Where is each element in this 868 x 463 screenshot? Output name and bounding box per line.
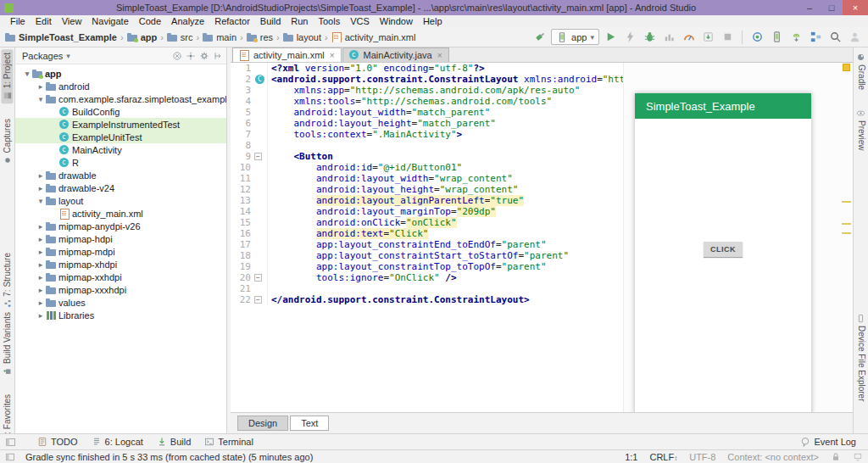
- sdk-manager-button[interactable]: [787, 29, 804, 46]
- fold-icon[interactable]: −: [254, 153, 262, 160]
- avd-manager-button[interactable]: [768, 29, 785, 46]
- tree-item[interactable]: ▸mipmap-anydpi-v26: [15, 220, 226, 232]
- make-project-button[interactable]: [531, 29, 548, 46]
- tool-window-button-event-log[interactable]: Event Log: [793, 437, 863, 447]
- tool-window-button-7-structure[interactable]: 7: Structure: [2, 249, 14, 312]
- class-gutter-icon[interactable]: C: [255, 75, 264, 84]
- editor-mode-tab-design[interactable]: Design: [237, 416, 288, 431]
- status-toggle-icon[interactable]: [5, 452, 17, 462]
- tree-item[interactable]: ▸android: [15, 80, 226, 92]
- editor-error-stripe[interactable]: [841, 63, 852, 412]
- chevron-right-icon[interactable]: ▸: [36, 273, 46, 282]
- chevron-right-icon[interactable]: ▸: [36, 82, 46, 91]
- chevron-down-icon[interactable]: ▾: [22, 70, 32, 78]
- menu-item-help[interactable]: Help: [418, 16, 448, 26]
- tree-item[interactable]: BuildConfig: [15, 105, 226, 118]
- coverage-button[interactable]: [680, 29, 697, 46]
- inspection-status-icon[interactable]: [843, 64, 850, 71]
- breadcrumb-item[interactable]: src: [167, 32, 193, 42]
- close-tab-icon[interactable]: ×: [330, 51, 335, 60]
- tree-item[interactable]: activity_main.xml: [15, 207, 226, 220]
- highlight-mark[interactable]: [842, 201, 851, 203]
- tool-window-button-gradle[interactable]: Gradle: [855, 49, 867, 93]
- editor-tab[interactable]: activity_main.xml×: [232, 47, 342, 62]
- tree-item[interactable]: ▾com.example.sfaraz.simpletoast_example: [15, 92, 226, 105]
- tree-item[interactable]: ▸mipmap-xhdpi: [15, 258, 226, 271]
- profiler-button[interactable]: [660, 29, 677, 46]
- menu-item-code[interactable]: Code: [134, 16, 166, 26]
- tool-window-button-build-variants[interactable]: Build Variants: [2, 309, 14, 379]
- editor-tab[interactable]: MainActivity.java×: [342, 47, 449, 62]
- chevron-right-icon[interactable]: ▸: [36, 298, 46, 307]
- chevron-right-icon[interactable]: ▸: [36, 311, 46, 320]
- tool-window-button-1-project[interactable]: 1: Project: [2, 49, 14, 103]
- breadcrumb-item[interactable]: activity_main.xml: [331, 32, 416, 42]
- highlight-mark[interactable]: [842, 223, 851, 225]
- breadcrumb-item[interactable]: res: [247, 32, 273, 42]
- tool-window-button-preview[interactable]: Preview: [855, 105, 867, 154]
- encoding-selector[interactable]: UTF-8: [689, 452, 715, 462]
- menu-item-refactor[interactable]: Refactor: [209, 16, 255, 26]
- project-view-mode[interactable]: Packages: [22, 51, 63, 61]
- menu-item-file[interactable]: File: [5, 16, 31, 26]
- chevron-right-icon[interactable]: ▸: [36, 171, 46, 180]
- highlighting-level-icon[interactable]: [853, 452, 863, 462]
- chevron-right-icon[interactable]: ▸: [36, 184, 46, 192]
- caret-position[interactable]: 1:1: [625, 452, 637, 462]
- tool-window-button-captures[interactable]: Captures: [2, 115, 14, 169]
- maximize-button[interactable]: □: [821, 0, 843, 15]
- hide-panel-icon[interactable]: [213, 51, 223, 61]
- status-message[interactable]: Gradle sync finished in 5 s 33 ms (from …: [25, 452, 313, 462]
- chevron-down-icon[interactable]: ▾: [36, 197, 46, 205]
- minimize-button[interactable]: –: [798, 0, 821, 15]
- tree-item[interactable]: ▸drawable: [15, 169, 226, 181]
- breadcrumb-item[interactable]: main: [203, 32, 236, 42]
- chevron-right-icon[interactable]: ▸: [36, 286, 46, 294]
- tree-item[interactable]: ▸drawable-v24: [15, 181, 226, 194]
- menu-item-tools[interactable]: Tools: [313, 16, 345, 26]
- debug-button[interactable]: [641, 29, 658, 46]
- tree-item[interactable]: ▸mipmap-hdpi: [15, 232, 226, 245]
- run-config-selector[interactable]: app▾: [551, 29, 599, 45]
- apply-changes-button[interactable]: [621, 29, 638, 46]
- breadcrumb-item[interactable]: app: [127, 32, 158, 42]
- run-button[interactable]: [602, 29, 619, 46]
- menu-item-run[interactable]: Run: [286, 16, 313, 26]
- menu-item-navigate[interactable]: Navigate: [86, 16, 133, 26]
- tool-window-button-todo[interactable]: TODO: [31, 437, 85, 447]
- menu-item-view[interactable]: View: [57, 16, 87, 26]
- close-tab-icon[interactable]: ×: [437, 51, 442, 60]
- breadcrumb-item[interactable]: layout: [283, 32, 321, 42]
- breadcrumb-item[interactable]: SimpleToast_Example: [5, 32, 117, 42]
- menu-item-window[interactable]: Window: [375, 16, 418, 26]
- tree-item[interactable]: MainActivity: [15, 143, 226, 156]
- lock-icon[interactable]: [831, 452, 841, 462]
- close-button[interactable]: ×: [843, 0, 868, 15]
- tree-item[interactable]: ▸values: [15, 296, 226, 309]
- tree-item[interactable]: ▸mipmap-xxhdpi: [15, 271, 226, 283]
- tree-item[interactable]: ExampleUnitTest: [15, 131, 226, 143]
- tree-item[interactable]: ▸mipmap-xxxhdpi: [15, 283, 226, 296]
- fold-icon[interactable]: −: [254, 296, 262, 304]
- editor-mode-tab-text[interactable]: Text: [290, 416, 329, 431]
- chevron-right-icon[interactable]: ▸: [36, 235, 46, 243]
- chevron-right-icon[interactable]: ▸: [36, 248, 46, 256]
- context-indicator[interactable]: Context: <no context>: [727, 452, 819, 462]
- line-ending-selector[interactable]: CRLF↕: [649, 452, 677, 462]
- tool-window-button-terminal[interactable]: Terminal: [198, 437, 260, 447]
- locate-icon[interactable]: [186, 51, 196, 61]
- stop-button[interactable]: [719, 29, 736, 46]
- tree-item[interactable]: ▸mipmap-mdpi: [15, 245, 226, 258]
- collapse-all-icon[interactable]: [172, 51, 182, 61]
- tree-item[interactable]: ▸Libraries: [15, 309, 226, 321]
- menu-item-vcs[interactable]: VCS: [345, 16, 375, 26]
- settings-gear-icon[interactable]: [199, 51, 209, 61]
- preview-click-button[interactable]: CLICK: [704, 242, 743, 257]
- chevron-right-icon[interactable]: ▸: [36, 222, 46, 231]
- highlight-mark[interactable]: [842, 232, 851, 234]
- tool-window-button-6-logcat[interactable]: 6: Logcat: [85, 437, 150, 447]
- attach-process-button[interactable]: [699, 29, 716, 46]
- tree-item[interactable]: ▾app: [15, 67, 226, 80]
- user-button[interactable]: [846, 29, 863, 46]
- tool-window-button-device-file-explorer[interactable]: Device File Explorer: [855, 310, 867, 404]
